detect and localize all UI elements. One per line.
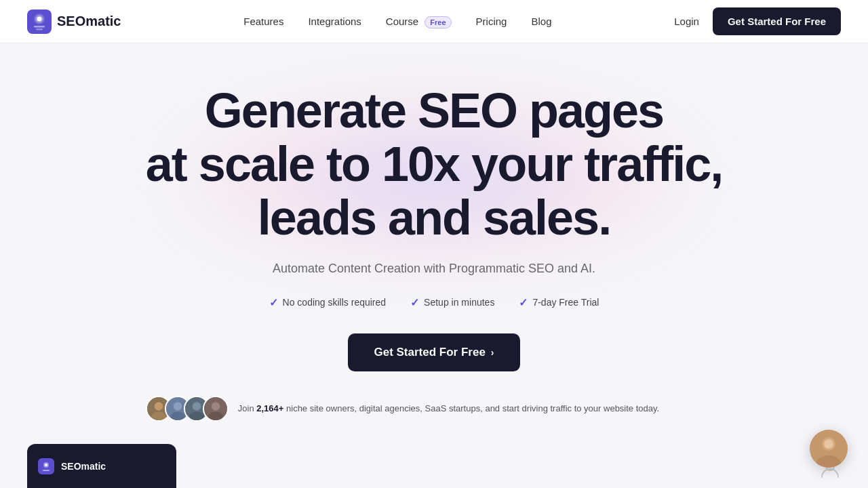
cta-arrow-icon: › — [491, 347, 494, 358]
chat-avatar-bg — [810, 430, 848, 468]
nav-item-course[interactable]: Course Free — [386, 16, 452, 28]
nav-item-pricing[interactable]: Pricing — [476, 16, 507, 28]
svg-point-10 — [174, 402, 182, 411]
check-setup: ✓ Setup in minutes — [410, 296, 494, 309]
hero-section: Generate SEO pages at scale to 10x your … — [0, 43, 868, 449]
check-no-coding: ✓ No coding skills required — [269, 296, 387, 309]
svg-point-7 — [155, 402, 163, 411]
checkmark-icon-1: ✓ — [269, 296, 278, 309]
hero-content: Generate SEO pages at scale to 10x your … — [146, 84, 722, 422]
nav-item-features[interactable]: Features — [243, 16, 283, 28]
logo-text: SEOmatic — [57, 14, 121, 29]
nav-item-blog[interactable]: Blog — [531, 16, 551, 28]
hero-title: Generate SEO pages at scale to 10x your … — [146, 84, 722, 245]
preview-logo-text: SEOmatic — [61, 461, 106, 472]
nav-link-pricing[interactable]: Pricing — [476, 16, 507, 27]
nav-link-blog[interactable]: Blog — [531, 16, 551, 27]
check-trial: ✓ 7-day Free Trial — [519, 296, 599, 309]
svg-point-20 — [45, 464, 47, 466]
hero-cta-button[interactable]: Get Started For Free › — [348, 333, 519, 371]
checkmark-icon-2: ✓ — [410, 296, 419, 309]
preview-seomatic-logo-icon — [38, 458, 54, 474]
svg-point-11 — [170, 411, 184, 421]
preview-card-dark: SEOmatic — [27, 444, 176, 488]
nav-link-course[interactable]: Course Free — [386, 16, 452, 27]
svg-rect-5 — [36, 28, 43, 30]
svg-rect-4 — [34, 26, 45, 28]
logo-link[interactable]: SEOmatic — [27, 9, 121, 34]
navbar: SEOmatic Features Integrations Course Fr… — [0, 0, 868, 43]
social-proof: Join 2,164+ niche site owners, digital a… — [146, 396, 722, 422]
chat-avatar-image — [810, 430, 848, 468]
nav-item-integrations[interactable]: Integrations — [308, 16, 361, 28]
svg-point-14 — [189, 411, 203, 421]
nav-link-features[interactable]: Features — [243, 16, 283, 27]
seomatic-logo-icon — [27, 9, 52, 34]
hero-checks: ✓ No coding skills required ✓ Setup in m… — [146, 296, 722, 309]
nav-right: Login Get Started For Free — [674, 7, 841, 35]
social-text: Join 2,164+ niche site owners, digital a… — [238, 402, 659, 415]
avatar-4 — [203, 396, 229, 422]
nav-links: Features Integrations Course Free Pricin… — [243, 16, 551, 28]
nav-cta-button[interactable]: Get Started For Free — [713, 7, 841, 35]
course-free-badge: Free — [425, 16, 451, 28]
svg-point-13 — [193, 402, 201, 411]
svg-rect-21 — [43, 470, 50, 471]
login-link[interactable]: Login — [674, 16, 699, 27]
avatar-group — [146, 396, 229, 422]
svg-point-17 — [208, 411, 222, 421]
svg-point-8 — [151, 411, 165, 421]
chat-widget[interactable] — [810, 430, 848, 468]
nav-link-integrations[interactable]: Integrations — [308, 16, 361, 27]
social-count: 2,164+ — [256, 403, 283, 413]
checkmark-icon-3: ✓ — [519, 296, 528, 309]
svg-point-3 — [37, 16, 42, 21]
bottom-preview-bar: SEOmatic — [0, 434, 868, 488]
svg-point-16 — [212, 402, 220, 411]
svg-point-26 — [824, 439, 833, 449]
hero-subtitle: Automate Content Creation with Programma… — [146, 262, 722, 276]
